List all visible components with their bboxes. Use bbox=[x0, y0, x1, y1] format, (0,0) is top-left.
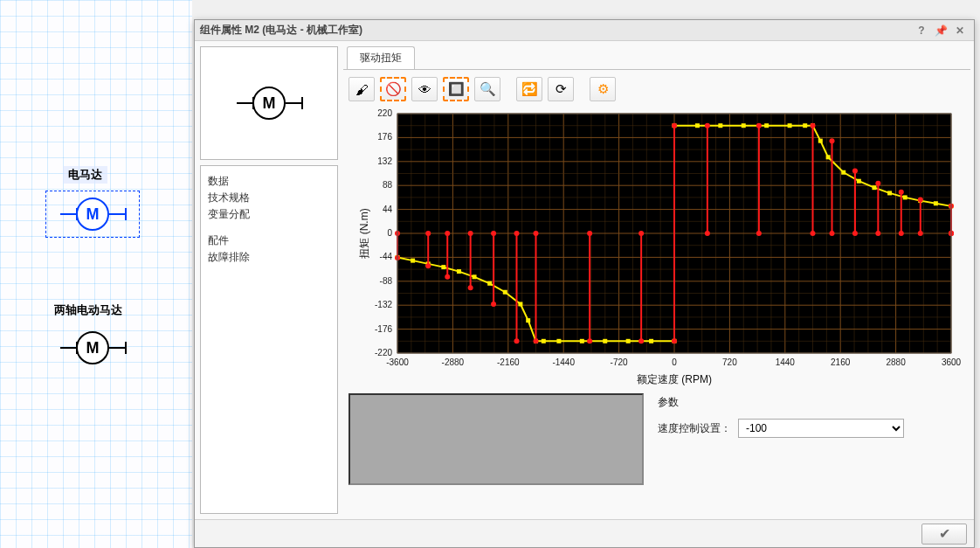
svg-rect-117 bbox=[872, 185, 876, 190]
tree-item[interactable]: 故障排除 bbox=[208, 249, 330, 266]
svg-point-157 bbox=[756, 231, 762, 236]
tool-refresh[interactable]: ⟳ bbox=[548, 77, 574, 101]
check-icon: ✔ bbox=[939, 525, 950, 542]
svg-point-163 bbox=[830, 231, 835, 236]
svg-point-176 bbox=[918, 197, 923, 202]
svg-point-154 bbox=[705, 231, 710, 236]
tree-item[interactable]: 数据 bbox=[208, 173, 330, 190]
svg-point-148 bbox=[638, 231, 644, 236]
svg-point-158 bbox=[756, 123, 762, 128]
svg-point-169 bbox=[875, 231, 880, 236]
tab-drive-torque[interactable]: 驱动扭矩 bbox=[347, 46, 415, 69]
help-button[interactable]: ? bbox=[913, 23, 930, 38]
svg-text:220: 220 bbox=[377, 108, 392, 118]
svg-text:-132: -132 bbox=[375, 300, 392, 309]
tool-refresh-pair[interactable]: 🔁 bbox=[516, 77, 542, 101]
svg-point-143 bbox=[534, 338, 539, 343]
svg-rect-114 bbox=[826, 155, 831, 159]
canvas-label-2: 两轴电动马达 bbox=[49, 302, 128, 319]
close-button[interactable]: ✕ bbox=[951, 23, 969, 38]
dialog-titlebar[interactable]: 组件属性 M2 (电马达 - 机械工作室) ? 📌 ✕ bbox=[195, 20, 974, 41]
svg-text:-720: -720 bbox=[611, 357, 628, 367]
preview-thumbnail bbox=[349, 393, 644, 485]
svg-rect-111 bbox=[803, 123, 807, 128]
motor-letter: M bbox=[76, 331, 109, 364]
svg-text:-2160: -2160 bbox=[497, 357, 520, 367]
parameters-panel: 参数 速度控制设置： -100 bbox=[652, 393, 965, 485]
svg-rect-109 bbox=[764, 123, 769, 128]
svg-point-137 bbox=[491, 302, 496, 307]
svg-text:0: 0 bbox=[672, 357, 677, 367]
svg-point-166 bbox=[852, 231, 858, 236]
chart-svg: -3600-2880-2160-1440-7200720144021602880… bbox=[349, 108, 965, 388]
svg-point-136 bbox=[491, 231, 496, 236]
svg-text:-44: -44 bbox=[380, 252, 393, 261]
svg-rect-107 bbox=[718, 123, 722, 128]
svg-point-140 bbox=[514, 338, 519, 343]
svg-rect-94 bbox=[503, 290, 507, 295]
svg-text:-2880: -2880 bbox=[442, 357, 465, 367]
svg-rect-88 bbox=[411, 259, 415, 263]
parameters-title: 参数 bbox=[658, 395, 960, 410]
svg-text:2160: 2160 bbox=[831, 357, 851, 367]
tree-item[interactable]: 配件 bbox=[208, 232, 330, 249]
svg-point-160 bbox=[811, 231, 816, 236]
svg-text:-176: -176 bbox=[375, 324, 392, 334]
svg-rect-102 bbox=[626, 339, 631, 343]
svg-rect-91 bbox=[457, 269, 461, 274]
component-properties-dialog: 组件属性 M2 (电马达 - 机械工作室) ? 📌 ✕ M 数据 技术规格 变量… bbox=[194, 19, 975, 548]
chart-toolbar: 🖌 🚫 👁 🔲 🔍 🔁 ⟳ ⚙ bbox=[343, 70, 970, 108]
svg-point-172 bbox=[899, 231, 904, 236]
svg-text:0: 0 bbox=[387, 228, 392, 238]
svg-point-134 bbox=[468, 285, 473, 290]
pin-button[interactable]: 📌 bbox=[932, 23, 949, 38]
svg-text:176: 176 bbox=[377, 132, 392, 142]
refresh-icon: ⟳ bbox=[556, 81, 567, 97]
canvas-label-1: 电马达 bbox=[63, 166, 107, 184]
svg-text:扭矩 (N.m): 扭矩 (N.m) bbox=[358, 208, 370, 258]
tool-zoom[interactable]: 🔍 bbox=[474, 77, 500, 101]
speed-control-select[interactable]: -100 bbox=[738, 419, 904, 438]
svg-point-128 bbox=[425, 263, 431, 268]
svg-point-152 bbox=[672, 123, 677, 128]
motor-symbol-selected[interactable]: M bbox=[40, 188, 145, 240]
svg-text:-88: -88 bbox=[380, 276, 393, 286]
ok-button[interactable]: ✔ bbox=[921, 524, 967, 545]
svg-text:3600: 3600 bbox=[942, 357, 962, 367]
component-preview: M bbox=[200, 46, 338, 160]
tool-eye[interactable]: 👁 bbox=[411, 77, 438, 101]
zoom-icon: 🔍 bbox=[480, 81, 496, 97]
tree-item[interactable]: 变量分配 bbox=[208, 206, 330, 223]
svg-point-142 bbox=[534, 231, 539, 236]
svg-text:1440: 1440 bbox=[776, 357, 796, 367]
svg-point-175 bbox=[918, 231, 923, 236]
tree-item[interactable]: 技术规格 bbox=[208, 190, 330, 206]
svg-text:-220: -220 bbox=[375, 348, 392, 357]
svg-rect-100 bbox=[580, 339, 584, 343]
torque-chart[interactable]: -3600-2880-2160-1440-7200720144021602880… bbox=[349, 108, 965, 388]
tool-settings[interactable]: ⚙ bbox=[590, 77, 616, 101]
refresh-pair-icon: 🔁 bbox=[521, 81, 538, 97]
svg-rect-96 bbox=[526, 318, 530, 323]
motor-symbol-2[interactable]: M bbox=[40, 322, 145, 374]
brush-icon: 🖌 bbox=[355, 82, 369, 97]
eye-off-icon: 🚫 bbox=[385, 81, 402, 97]
svg-text:额定速度 (RPM): 额定速度 (RPM) bbox=[637, 373, 712, 385]
svg-point-173 bbox=[899, 190, 904, 195]
gear-icon: ⚙ bbox=[597, 81, 609, 97]
svg-rect-103 bbox=[649, 339, 653, 343]
svg-rect-115 bbox=[841, 170, 845, 175]
svg-point-149 bbox=[638, 338, 644, 343]
svg-point-127 bbox=[425, 231, 431, 236]
design-canvas[interactable]: 电马达 M 两轴电动马达 M bbox=[0, 0, 192, 548]
svg-point-164 bbox=[830, 138, 835, 143]
tool-eye-off[interactable]: 🚫 bbox=[380, 77, 406, 101]
property-tree[interactable]: 数据 技术规格 变量分配 配件 故障排除 bbox=[200, 165, 338, 514]
svg-rect-98 bbox=[542, 339, 546, 343]
tool-zoom-box[interactable]: 🔲 bbox=[443, 77, 469, 101]
motor-letter: M bbox=[76, 198, 109, 231]
tabs: 驱动扭矩 bbox=[343, 46, 970, 70]
tool-brush[interactable]: 🖌 bbox=[349, 77, 375, 101]
svg-rect-92 bbox=[473, 274, 477, 279]
svg-text:720: 720 bbox=[722, 357, 737, 367]
